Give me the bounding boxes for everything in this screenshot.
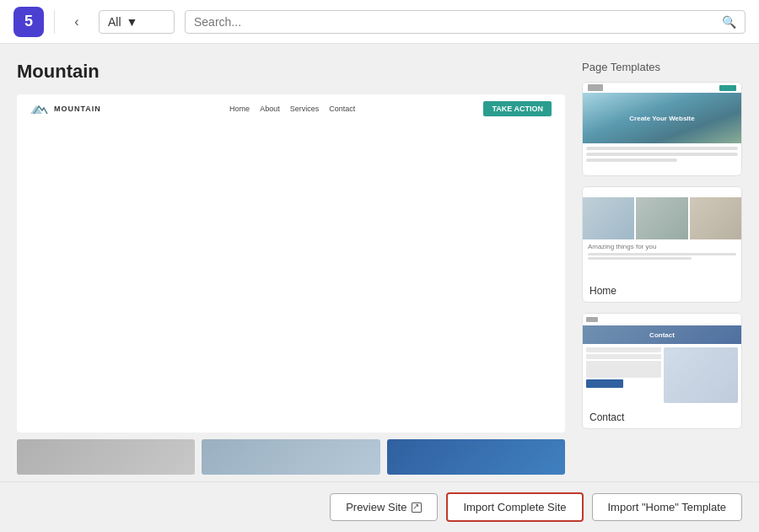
contact-card-label-text: Contact xyxy=(583,406,741,428)
card-content-strips xyxy=(583,143,741,168)
home-card-strip-2 xyxy=(588,257,692,260)
contact-title-text: Contact xyxy=(649,331,675,339)
home-img-2 xyxy=(636,197,687,239)
home-card-images xyxy=(583,197,741,239)
topbar: 5 ‹ All ▼ 🔍 xyxy=(0,0,759,44)
filter-dropdown[interactable]: All ▼ xyxy=(99,10,175,34)
import-home-label: Import "Home" Template xyxy=(608,501,727,513)
template-title: Mountain xyxy=(17,61,565,83)
chevron-down-icon: ▼ xyxy=(126,15,138,29)
bottom-bar: Preview Site Import Complete Site Import… xyxy=(0,481,759,532)
preview-logo-text: MOUNTAIN xyxy=(54,105,101,113)
home-card-strip-1 xyxy=(588,253,736,255)
contact-title-bar: Contact xyxy=(583,325,741,344)
home-card-thumb: Amazing things for you xyxy=(583,187,741,280)
card-nav-bar xyxy=(583,83,741,93)
home-card-bottom: Amazing things for you xyxy=(583,239,741,265)
svg-marker-0 xyxy=(30,105,42,114)
card-hero-text: Create Your Website xyxy=(629,115,694,122)
home-img-1 xyxy=(583,197,634,239)
home-card-label-text: Home xyxy=(583,280,741,302)
preview-site-button[interactable]: Preview Site xyxy=(330,493,438,521)
card-strip-1 xyxy=(586,147,738,150)
home-card-label: Amazing things for you xyxy=(588,243,736,250)
card-strip-2 xyxy=(586,153,738,156)
filter-selected-label: All xyxy=(108,15,121,29)
contact-field-3 xyxy=(586,361,661,378)
import-home-template-button[interactable]: Import "Home" Template xyxy=(592,493,743,521)
contact-field-1 xyxy=(586,347,661,352)
contact-field-2 xyxy=(586,354,661,359)
right-panel: Page Templates Create Your Website xyxy=(582,61,742,481)
contact-card-thumb: Contact xyxy=(583,314,741,406)
thumbnail-strip xyxy=(17,439,565,481)
search-input[interactable] xyxy=(194,15,715,29)
main-content: Mountain MOUNTAIN Home About Services Co… xyxy=(0,44,759,481)
thumb-item-3[interactable] xyxy=(387,439,565,475)
template-card-home-full[interactable]: Create Your Website xyxy=(582,82,742,176)
page-templates-title: Page Templates xyxy=(582,61,742,73)
import-complete-label: Import Complete Site xyxy=(463,501,566,513)
nav-link-home: Home xyxy=(229,105,250,113)
nav-cta-button[interactable]: TAKE ACTION xyxy=(483,101,552,116)
card-nav-cta xyxy=(719,85,736,91)
card-strip-3 xyxy=(586,159,677,162)
contact-col-left xyxy=(586,347,661,403)
card-nav-logo xyxy=(588,84,603,91)
template-preview-area: MOUNTAIN Home About Services Contact TAK… xyxy=(17,94,565,433)
nav-link-contact: Contact xyxy=(329,105,355,113)
preview-nav: MOUNTAIN Home About Services Contact TAK… xyxy=(17,94,565,123)
nav-link-services: Services xyxy=(290,105,320,113)
app-logo: 5 xyxy=(13,7,44,37)
mountain-logo-icon xyxy=(30,102,49,116)
search-icon: 🔍 xyxy=(722,15,736,29)
preview-logo: MOUNTAIN xyxy=(30,102,101,116)
thumb-item-1[interactable] xyxy=(17,439,195,475)
contact-card-logo xyxy=(586,317,598,322)
card-hero-area: Create Your Website xyxy=(583,93,741,143)
template-card-home[interactable]: Amazing things for you Home xyxy=(582,186,742,303)
topbar-divider xyxy=(54,10,55,34)
contact-card-body xyxy=(583,344,741,406)
thumb-item-2[interactable] xyxy=(202,439,380,475)
preview-site-label: Preview Site xyxy=(346,501,406,513)
template-card-contact[interactable]: Contact Contact xyxy=(582,313,742,429)
nav-link-about: About xyxy=(260,105,280,113)
home-img-3 xyxy=(690,197,741,239)
preview-nav-links: Home About Services Contact xyxy=(229,105,355,113)
search-container: 🔍 xyxy=(185,10,746,34)
home-card-nav xyxy=(583,187,741,197)
contact-map xyxy=(664,347,739,403)
back-button[interactable]: ‹ xyxy=(65,10,89,34)
external-link-icon xyxy=(412,502,422,513)
left-panel: Mountain MOUNTAIN Home About Services Co… xyxy=(17,61,565,481)
contact-field-4 xyxy=(586,379,623,388)
import-complete-site-button[interactable]: Import Complete Site xyxy=(446,492,583,522)
contact-card-nav xyxy=(583,314,741,325)
home-full-thumb: Create Your Website xyxy=(583,83,741,175)
